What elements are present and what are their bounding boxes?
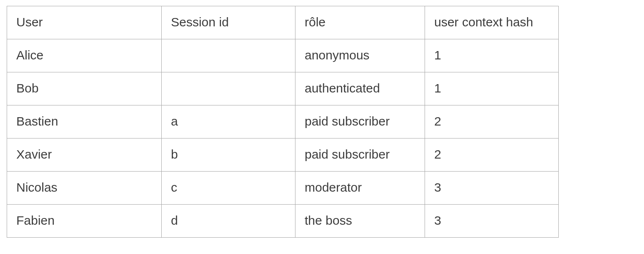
table-header-row: User Session id rôle user context hash <box>7 6 559 39</box>
cell-user: Nicolas <box>7 172 162 205</box>
cell-user: Xavier <box>7 139 162 172</box>
cell-role: authenticated <box>295 72 425 105</box>
col-header-user: User <box>7 6 162 39</box>
cell-hash: 3 <box>425 172 559 205</box>
cell-role: anonymous <box>295 39 425 72</box>
cell-session-id <box>162 72 295 105</box>
cell-hash: 2 <box>425 105 559 139</box>
cell-role: moderator <box>295 172 425 205</box>
cell-session-id: b <box>162 139 295 172</box>
cell-hash: 2 <box>425 139 559 172</box>
cell-session-id: c <box>162 172 295 205</box>
cell-hash: 1 <box>425 72 559 105</box>
cell-session-id <box>162 39 295 72</box>
table-row: Nicolas c moderator 3 <box>7 172 559 205</box>
cell-role: the boss <box>295 205 425 238</box>
table-row: Bastien a paid subscriber 2 <box>7 105 559 139</box>
cell-session-id: d <box>162 205 295 238</box>
cell-user: Bastien <box>7 105 162 139</box>
cell-user: Bob <box>7 72 162 105</box>
col-header-hash: user context hash <box>425 6 559 39</box>
table-row: Bob authenticated 1 <box>7 72 559 105</box>
cell-user: Alice <box>7 39 162 72</box>
col-header-session-id: Session id <box>162 6 295 39</box>
cell-user: Fabien <box>7 205 162 238</box>
users-table: User Session id rôle user context hash A… <box>7 6 559 238</box>
table-row: Alice anonymous 1 <box>7 39 559 72</box>
cell-role: paid subscriber <box>295 105 425 139</box>
table-row: Xavier b paid subscriber 2 <box>7 139 559 172</box>
table-row: Fabien d the boss 3 <box>7 205 559 238</box>
cell-hash: 3 <box>425 205 559 238</box>
cell-hash: 1 <box>425 39 559 72</box>
table-container: User Session id rôle user context hash A… <box>0 0 644 244</box>
col-header-role: rôle <box>295 6 425 39</box>
cell-session-id: a <box>162 105 295 139</box>
cell-role: paid subscriber <box>295 139 425 172</box>
